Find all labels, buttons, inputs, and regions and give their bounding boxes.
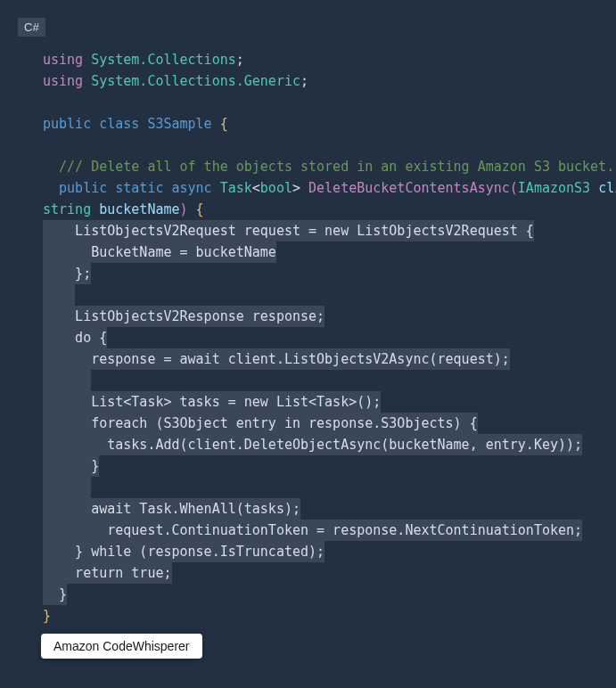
- generated-code-line: await Task.WhenAll(tasks);: [43, 498, 300, 520]
- generated-code-line: BucketName = bucketName: [43, 242, 276, 263]
- generated-code-line: return true;: [43, 562, 172, 584]
- generated-code-line: };: [43, 263, 91, 284]
- generated-code-line: response = await client.ListObjectsV2Asy…: [43, 348, 510, 370]
- generated-code-line: foreach (S3Object entry in response.S3Ob…: [43, 413, 478, 434]
- param-bucketname: bucketName: [99, 201, 179, 217]
- generated-code-line: List<Task> tasks = new List<Task>();: [43, 391, 381, 413]
- param-client: client: [598, 180, 616, 196]
- paren-close: ): [180, 201, 188, 217]
- keyword-async: async: [172, 180, 212, 196]
- keyword-static: static: [115, 180, 163, 196]
- generated-code-line: do {: [43, 327, 107, 348]
- keyword-public: public: [43, 116, 91, 132]
- generated-code-line: } while (response.IsTruncated);: [43, 541, 324, 562]
- angle-close: >: [292, 180, 300, 196]
- punct-semicolon: ;: [236, 52, 244, 68]
- punct-semicolon: ;: [300, 73, 308, 89]
- keyword-using: using: [43, 73, 83, 89]
- codewhisperer-tooltip[interactable]: Amazon CodeWhisperer: [41, 634, 202, 659]
- generated-code-line: [43, 477, 91, 498]
- type-task: Task: [220, 180, 252, 196]
- generated-code-line: }: [43, 584, 67, 605]
- code-block: using System.Collections; using System.C…: [18, 49, 616, 627]
- brace-close: }: [43, 608, 51, 624]
- generated-code-line: ListObjectsV2Response response;: [43, 306, 324, 327]
- keyword-public: public: [59, 180, 107, 196]
- generated-code-line: request.ContinuationToken = response.Nex…: [43, 520, 582, 541]
- generated-code-line: [43, 370, 91, 391]
- code-viewer: C# using System.Collections; using Syste…: [0, 0, 616, 676]
- comment-line: /// Delete all of the objects stored in …: [59, 159, 614, 175]
- method-name: DeleteBucketContentsAsync: [308, 180, 510, 196]
- paren-open: (: [510, 180, 518, 196]
- language-badge: C#: [18, 18, 45, 37]
- generated-code-line: tasks.Add(client.DeleteObjectAsync(bucke…: [43, 434, 582, 455]
- type-string: string: [43, 201, 91, 217]
- keyword-class: class: [99, 116, 139, 132]
- namespace: System.Collections.Generic: [91, 73, 300, 89]
- brace-open: {: [220, 116, 228, 132]
- class-name: S3Sample: [147, 116, 211, 132]
- generated-code-line: }: [43, 455, 99, 477]
- interface-type: IAmazonS3: [518, 180, 590, 196]
- generated-code-line: ListObjectsV2Request request = new ListO…: [43, 220, 534, 242]
- generated-code-line: [43, 284, 75, 306]
- namespace: System.Collections: [91, 52, 236, 68]
- keyword-using: using: [43, 52, 83, 68]
- angle-open: <: [252, 180, 260, 196]
- type-bool: bool: [260, 180, 292, 196]
- brace-open: {: [196, 201, 204, 217]
